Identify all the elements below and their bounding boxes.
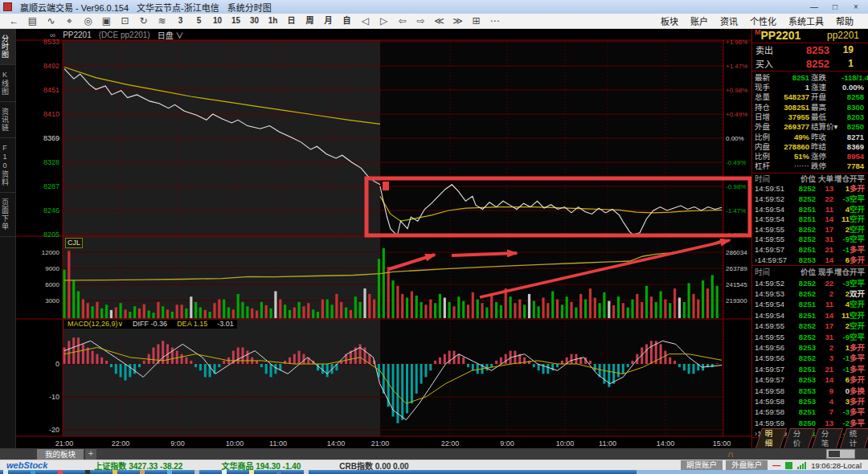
ask-price: 8253 bbox=[783, 44, 829, 56]
status-bar: webStock 上证指数 3427.33 -38.22文华商品 194.30 … bbox=[0, 460, 868, 470]
svg-text:8451: 8451 bbox=[43, 86, 59, 94]
expand-icon[interactable]: ≫ bbox=[448, 14, 467, 28]
ask-volume: 19 bbox=[829, 44, 865, 55]
period-15-button[interactable]: 15 bbox=[227, 14, 245, 28]
period-30-button[interactable]: 30 bbox=[245, 14, 264, 28]
taskbar-icon-2[interactable] bbox=[58, 470, 63, 474]
tape-tab-1[interactable]: 分价 bbox=[784, 428, 815, 448]
windows-taskbar[interactable] bbox=[0, 470, 868, 474]
taskbar-icon-1[interactable] bbox=[31, 470, 35, 474]
bid-row[interactable]: 买入 8252 1 bbox=[752, 57, 868, 71]
voice-broadcast-icon[interactable]: ∩ bbox=[727, 448, 734, 460]
collapse-icon[interactable]: ≪ bbox=[430, 14, 448, 28]
back-icon[interactable]: ← bbox=[5, 14, 23, 28]
quote-info-row: 比例49%昨收8271 bbox=[755, 133, 866, 142]
chart-area[interactable]: ∞ PP2201 (DCE pp2201) 日盘 ∨ 8533849284518… bbox=[16, 29, 751, 448]
macd-dea-value: DEA 1.15 bbox=[177, 320, 207, 329]
svg-text:9000: 9000 bbox=[45, 265, 59, 272]
period-3-button[interactable]: 3 bbox=[171, 14, 190, 28]
svg-text:0.00%: 0.00% bbox=[726, 135, 744, 142]
boards-row: 我的板块 + ∩ bbox=[0, 448, 868, 460]
crosshair-icon[interactable]: ⌖ bbox=[60, 14, 79, 28]
svg-text:9:00: 9:00 bbox=[170, 439, 185, 447]
table-row: 14:59:59825013-2多平 bbox=[755, 418, 866, 428]
refresh-icon[interactable]: ↻ bbox=[134, 14, 153, 28]
period-month-button[interactable]: 月 bbox=[319, 14, 338, 28]
period-10-button[interactable]: 10 bbox=[208, 14, 227, 28]
table-row: 14:59:57825121-1多平 bbox=[755, 364, 866, 374]
macd-indicator-label: MACD(12,26,9)∨ DIFF -0.36 DEA 1.15 -3.01 bbox=[64, 320, 237, 329]
macd-title[interactable]: MACD(12,26,9)∨ bbox=[68, 320, 123, 329]
page-right-icon[interactable]: ⇨ bbox=[411, 14, 430, 28]
tape-tab-2[interactable]: 分笔 bbox=[812, 428, 843, 448]
snapshot-icon[interactable]: ▣ bbox=[97, 14, 116, 28]
mini-tool-window[interactable] bbox=[826, 449, 855, 459]
panel-icon[interactable]: ▤ bbox=[23, 14, 42, 28]
sidebar-tab-4[interactable]: 页面下单 bbox=[0, 193, 15, 237]
period-week-button[interactable]: 周 bbox=[301, 14, 319, 28]
line-chart-icon[interactable]: ∿ bbox=[42, 14, 60, 28]
intraday-chart-svg[interactable]: 853384928451841083698328828782468205+1.9… bbox=[16, 29, 751, 448]
taskbar-icon-10[interactable] bbox=[276, 470, 281, 474]
taskbar-icon-3[interactable] bbox=[85, 470, 90, 474]
svg-text:0: 0 bbox=[55, 360, 59, 368]
account-button-1[interactable]: 外盘账户 bbox=[726, 460, 768, 470]
period-5-button[interactable]: 5 bbox=[190, 14, 208, 28]
period-auto-button[interactable]: 自 bbox=[338, 14, 356, 28]
taskbar-icon-7[interactable] bbox=[194, 470, 199, 474]
page-left-icon[interactable]: ⇦ bbox=[393, 14, 411, 28]
compare-icon[interactable]: ≋ bbox=[153, 14, 171, 28]
session-dropdown[interactable]: 日盘 ∨ bbox=[158, 29, 184, 41]
close-button[interactable]: × bbox=[847, 2, 865, 11]
taskbar-icon-0[interactable] bbox=[3, 470, 8, 474]
table-row: 14:59:57825121-1多平 bbox=[755, 245, 866, 255]
account-button-0[interactable]: 期货账户 bbox=[681, 460, 723, 470]
prev-contract-icon[interactable]: ◁ bbox=[356, 14, 375, 28]
quote-info-row: 最新8251涨跌-118/1.41% bbox=[755, 73, 866, 83]
contract-code: (DCE pp2201) bbox=[99, 31, 150, 39]
clock-label: 19:06:28-Local bbox=[811, 461, 862, 470]
svg-text:21:00: 21:00 bbox=[371, 439, 390, 447]
period-day-button[interactable]: 日 bbox=[282, 14, 301, 28]
more-icon[interactable]: ⋯ bbox=[485, 14, 504, 28]
taskbar-icon-4[interactable] bbox=[113, 470, 117, 474]
sidebar-tab-3[interactable]: F10资料 bbox=[0, 138, 15, 193]
save-icon[interactable]: ⊡ bbox=[116, 14, 134, 28]
svg-text:14:00: 14:00 bbox=[657, 439, 675, 447]
tape-tab-0[interactable]: 明细 bbox=[755, 428, 787, 448]
menu-item-4[interactable]: 系统工具 bbox=[788, 14, 824, 27]
table-row: 14:59:52825222-3空平 bbox=[755, 194, 866, 205]
ask-row[interactable]: 卖出 8253 19 bbox=[752, 43, 868, 57]
sidebar-tab-1[interactable]: K线图 bbox=[0, 65, 15, 102]
my-boards-tab[interactable]: 我的板块 bbox=[37, 449, 84, 460]
svg-text:8328: 8328 bbox=[43, 158, 59, 166]
menu-item-0[interactable]: 板块 bbox=[661, 14, 678, 27]
next-contract-icon[interactable]: ▷ bbox=[375, 14, 393, 28]
menu-item-1[interactable]: 账户 bbox=[690, 14, 708, 27]
add-board-button[interactable]: + bbox=[85, 449, 96, 460]
taskbar-active-window[interactable] bbox=[637, 470, 868, 474]
maximize-button[interactable]: □ bbox=[826, 2, 844, 11]
svg-text:3000: 3000 bbox=[45, 297, 59, 304]
svg-text:12000: 12000 bbox=[42, 249, 60, 256]
taskbar-icon-11[interactable] bbox=[304, 470, 309, 474]
menu-item-5[interactable]: 帮助 bbox=[836, 14, 854, 27]
sidebar-tab-0[interactable]: 分时图 bbox=[0, 29, 15, 65]
quote-panel: M PP2201 pp2201 卖出 8253 19 买入 8252 1 最新8… bbox=[751, 29, 868, 448]
svg-text:10:00: 10:00 bbox=[556, 439, 575, 447]
taskbar-icon-9[interactable] bbox=[249, 470, 254, 474]
minimize-button[interactable]: — bbox=[805, 2, 823, 11]
current-page-label: 系统分时图 bbox=[227, 1, 272, 14]
menu-item-3[interactable]: 个性化 bbox=[750, 14, 776, 27]
period-1h-button[interactable]: 1h bbox=[264, 14, 282, 28]
table-row: 14:59:55825231-9空平 bbox=[755, 235, 866, 245]
taskbar-icon-5[interactable] bbox=[140, 470, 145, 474]
taskbar-icon-6[interactable] bbox=[167, 470, 172, 474]
menu-item-2[interactable]: 资讯 bbox=[720, 14, 738, 27]
zoom-icon[interactable]: ◎ bbox=[79, 14, 97, 28]
svg-text:8205: 8205 bbox=[43, 231, 59, 239]
taskbar-icon-8[interactable] bbox=[222, 470, 227, 474]
server-node-label: 文华云节点-浙江电信 bbox=[137, 1, 219, 14]
grid-icon[interactable]: ⊞ bbox=[467, 14, 485, 28]
sidebar-tab-2[interactable]: 资讯链 bbox=[0, 102, 15, 138]
